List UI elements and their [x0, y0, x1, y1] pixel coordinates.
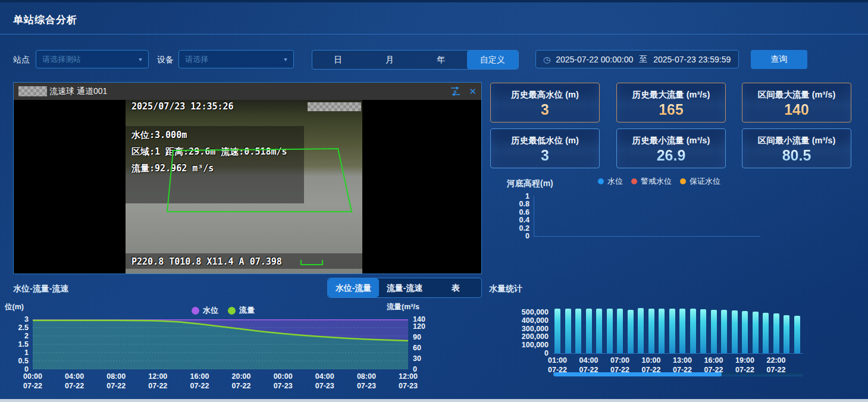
volume-bar[interactable] [659, 309, 665, 353]
stat-label: 历史最高水位 (m) [491, 89, 599, 100]
volume-bar[interactable] [763, 313, 769, 353]
level-flow-x-label: 08:0007-22 [98, 372, 134, 391]
tab-table[interactable]: 表 [430, 278, 481, 297]
legend-label[interactable]: 保证水位 [690, 176, 720, 187]
level-flow-chart-title: 水位-流量-流速 [13, 284, 68, 294]
chart-mode-tabs: 水位-流量 流量-流速 表 [327, 278, 482, 298]
stat-value: 3 [491, 102, 599, 118]
device-select[interactable]: 请选择 ▾ [178, 50, 294, 68]
station-select[interactable]: 请选择测站 ▾ [36, 50, 149, 68]
left-axis-title: 位(m) [5, 302, 24, 312]
range-tab-month[interactable]: 月 [364, 51, 416, 69]
riverbed-chart-title: 河底高程(m) [507, 178, 553, 189]
volume-bar[interactable] [690, 309, 696, 353]
date-range-segment: 日 月 年 自定义 [312, 50, 519, 70]
volume-bar[interactable] [607, 309, 613, 353]
level-flow-x-label: 08:0007-23 [349, 372, 384, 391]
volume-x-label: 13:0007-22 [665, 356, 700, 375]
level-flow-x-label: 20:0007-22 [224, 372, 259, 391]
legend-label[interactable]: 水位 [203, 305, 218, 316]
device-label: 设备 [157, 50, 174, 70]
volume-bar[interactable] [753, 312, 759, 353]
stream-mode-icon[interactable]: s [450, 87, 460, 96]
volume-chart-title: 水量统计 [489, 284, 522, 294]
volume-bar[interactable] [575, 309, 581, 353]
stat-card-min-flow: 历史最小流量 (m³/s) 26.9 [616, 128, 726, 168]
legend-dot-level [598, 178, 604, 184]
clock-icon: ◷ [543, 55, 550, 64]
tab-level-flow[interactable]: 水位-流量 [328, 278, 379, 297]
level-flow-plot[interactable] [33, 319, 408, 369]
volume-bar[interactable] [586, 309, 592, 353]
volume-x-label: 19:0007-22 [727, 356, 763, 375]
stat-value: 165 [617, 102, 725, 118]
device-placeholder: 请选择 [185, 54, 284, 65]
volume-bar[interactable] [732, 310, 738, 353]
level-flow-x-label: 12:0007-23 [390, 372, 426, 391]
stat-value: 3 [491, 147, 599, 164]
video-frame[interactable]: 2025/07/23 12:35:26 水位:3.000m 区域:1 距离:29… [14, 100, 481, 274]
volume-bar[interactable] [565, 309, 571, 353]
volume-bar[interactable] [679, 309, 685, 353]
volume-bar[interactable] [617, 309, 623, 353]
date-range-input[interactable]: ◷ 2025-07-22 00:00:00 至 2025-07-23 23:59… [535, 50, 739, 68]
riverbed-legend: 水位 警戒水位 保证水位 [598, 176, 720, 187]
volume-bar[interactable] [784, 315, 789, 353]
riverbed-x-axis [534, 236, 760, 237]
svg-text:s: s [454, 89, 457, 95]
volume-bar[interactable] [773, 313, 779, 353]
volume-x-label: 16:0007-22 [696, 356, 732, 375]
flow-axis-tick: 90 [413, 333, 421, 341]
legend-label[interactable]: 水位 [607, 176, 623, 187]
stat-card-range-max-flow: 区间最大流量 (m³/s) 140 [742, 83, 851, 123]
station-placeholder: 请选择测站 [42, 54, 139, 65]
date-end: 2025-07-23 23:59:59 [653, 55, 731, 64]
volume-bar[interactable] [711, 310, 717, 353]
volume-bar[interactable] [742, 311, 748, 353]
video-picture: 2025/07/23 12:35:26 水位:3.000m 区域:1 距离:29… [126, 100, 362, 274]
legend-label[interactable]: 流量 [239, 305, 255, 316]
stat-card-max-flow: 历史最大流量 (m³/s) 165 [616, 83, 726, 123]
header-divider [0, 34, 868, 34]
range-tab-year[interactable]: 年 [415, 51, 467, 69]
video-panel: 流速球 通道001 s ✕ 2025/07/23 12:35:26 水位:3.0… [13, 82, 482, 274]
level-flow-x-label: 00:0007-22 [15, 372, 51, 391]
stat-value: 26.9 [617, 147, 725, 164]
range-tab-day[interactable]: 日 [312, 51, 364, 69]
blurred-station-name [18, 86, 47, 96]
flow-axis-tick: 120 [413, 322, 425, 331]
volume-plot[interactable] [553, 307, 803, 353]
measure-region-overlay [126, 100, 362, 274]
volume-bar[interactable] [554, 309, 560, 353]
stat-card-range-min-flow: 区间最小流量 (m³/s) 80.5 [742, 128, 851, 168]
stat-label: 历史最低水位 (m) [491, 135, 599, 146]
video-title: 流速球 通道001 [49, 86, 107, 97]
level-flow-x-label: 16:0007-22 [181, 372, 217, 391]
volume-bar[interactable] [700, 309, 706, 353]
volume-bar[interactable] [638, 308, 644, 353]
volume-bar[interactable] [596, 309, 602, 353]
level-flow-x-label: 04:0007-23 [307, 372, 343, 391]
legend-dot-warning [631, 178, 637, 184]
stat-label: 区间最大流量 (m³/s) [742, 89, 851, 100]
flow-axis-tick: 60 [413, 344, 421, 352]
tab-flow-velocity[interactable]: 流量-流速 [379, 278, 430, 297]
volume-bar[interactable] [628, 310, 634, 353]
stat-label: 历史最小流量 (m³/s) [617, 135, 725, 146]
close-icon[interactable]: ✕ [469, 87, 477, 96]
volume-x-label: 07:0007-22 [602, 356, 638, 375]
volume-bar[interactable] [648, 309, 654, 353]
legend-dot-guarantee [680, 178, 686, 184]
volume-bar[interactable] [669, 309, 675, 353]
flow-axis-tick: 30 [413, 354, 421, 363]
legend-label[interactable]: 警戒水位 [641, 176, 672, 187]
date-start: 2025-07-22 00:00:00 [556, 55, 633, 64]
stat-value: 80.5 [742, 147, 851, 164]
query-button[interactable]: 查询 [751, 50, 807, 69]
level-flow-svg [33, 319, 408, 369]
page-scrollbar[interactable] [0, 399, 868, 402]
riverbed-y-axis [534, 196, 534, 236]
range-tab-custom[interactable]: 自定义 [467, 51, 519, 69]
volume-bar[interactable] [794, 316, 800, 353]
volume-bar[interactable] [721, 310, 727, 353]
